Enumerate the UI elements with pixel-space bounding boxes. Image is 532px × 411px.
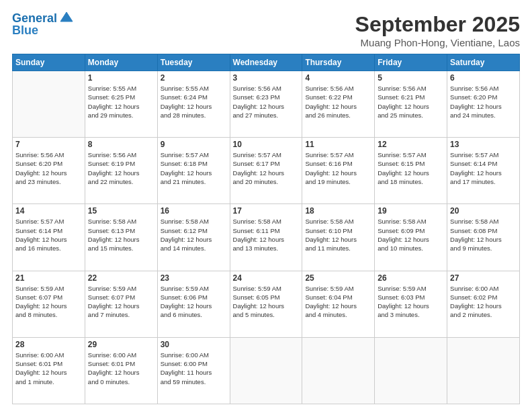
day-info: Sunrise: 5:56 AM Sunset: 6:21 PM Dayligh… [378,84,444,120]
day-info: Sunrise: 5:59 AM Sunset: 6:04 PM Dayligh… [305,284,371,320]
table-row: 16Sunrise: 5:58 AM Sunset: 6:12 PM Dayli… [157,204,230,271]
day-info: Sunrise: 5:57 AM Sunset: 6:18 PM Dayligh… [161,150,227,186]
table-row: 7Sunrise: 5:56 AM Sunset: 6:20 PM Daylig… [13,138,85,204]
day-number: 3 [233,73,300,83]
day-number: 1 [88,73,154,83]
day-info: Sunrise: 5:59 AM Sunset: 6:03 PM Dayligh… [378,284,444,320]
header: General Blue September 2025 Muang Phon-H… [12,12,520,48]
table-row [447,337,520,404]
day-number: 28 [15,340,82,349]
table-row [230,337,302,404]
day-info: Sunrise: 5:57 AM Sunset: 6:15 PM Dayligh… [378,150,444,186]
day-number: 5 [378,73,444,83]
table-row: 4Sunrise: 5:56 AM Sunset: 6:22 PM Daylig… [302,71,375,138]
day-number: 14 [15,206,82,216]
svg-marker-0 [60,12,73,21]
day-number: 23 [161,273,227,283]
table-row: 12Sunrise: 5:57 AM Sunset: 6:15 PM Dayli… [375,138,447,204]
table-row: 10Sunrise: 5:57 AM Sunset: 6:17 PM Dayli… [230,138,302,204]
day-info: Sunrise: 5:58 AM Sunset: 6:13 PM Dayligh… [88,217,154,253]
table-row: 26Sunrise: 5:59 AM Sunset: 6:03 PM Dayli… [375,271,447,337]
col-tuesday: Tuesday [157,54,230,71]
day-number: 7 [15,140,82,149]
table-row: 29Sunrise: 6:00 AM Sunset: 6:01 PM Dayli… [85,337,157,404]
table-row: 3Sunrise: 5:56 AM Sunset: 6:23 PM Daylig… [230,71,302,138]
day-info: Sunrise: 5:59 AM Sunset: 6:05 PM Dayligh… [233,284,300,320]
day-info: Sunrise: 5:55 AM Sunset: 6:25 PM Dayligh… [88,84,154,120]
table-row: 14Sunrise: 5:57 AM Sunset: 6:14 PM Dayli… [13,204,85,271]
table-row: 8Sunrise: 5:56 AM Sunset: 6:19 PM Daylig… [85,138,157,204]
day-info: Sunrise: 5:59 AM Sunset: 6:06 PM Dayligh… [161,284,227,320]
day-number: 13 [450,140,517,149]
table-row: 6Sunrise: 5:56 AM Sunset: 6:20 PM Daylig… [447,71,520,138]
calendar-page: General Blue September 2025 Muang Phon-H… [0,0,532,411]
calendar-week-row: 14Sunrise: 5:57 AM Sunset: 6:14 PM Dayli… [13,204,520,271]
day-info: Sunrise: 5:57 AM Sunset: 6:16 PM Dayligh… [305,150,371,186]
table-row: 17Sunrise: 5:58 AM Sunset: 6:11 PM Dayli… [230,204,302,271]
table-row: 25Sunrise: 5:59 AM Sunset: 6:04 PM Dayli… [302,271,375,337]
table-row [375,337,447,404]
calendar-week-row: 1Sunrise: 5:55 AM Sunset: 6:25 PM Daylig… [13,71,520,138]
table-row [302,337,375,404]
day-number: 19 [378,206,444,216]
calendar-table: Sunday Monday Tuesday Wednesday Thursday… [12,54,520,404]
day-number: 25 [305,273,371,283]
table-row [13,71,85,138]
table-row: 22Sunrise: 5:59 AM Sunset: 6:07 PM Dayli… [85,271,157,337]
day-info: Sunrise: 5:56 AM Sunset: 6:20 PM Dayligh… [15,150,82,186]
day-number: 9 [161,140,227,149]
day-number: 10 [233,140,300,149]
day-info: Sunrise: 5:56 AM Sunset: 6:22 PM Dayligh… [305,84,371,120]
title-block: September 2025 Muang Phon-Hong, Vientian… [355,12,520,48]
day-number: 4 [305,73,371,83]
day-number: 27 [450,273,517,283]
col-sunday: Sunday [13,54,85,71]
day-info: Sunrise: 5:55 AM Sunset: 6:24 PM Dayligh… [161,84,227,120]
table-row: 30Sunrise: 6:00 AM Sunset: 6:00 PM Dayli… [157,337,230,404]
day-info: Sunrise: 5:56 AM Sunset: 6:19 PM Dayligh… [88,150,154,186]
table-row: 18Sunrise: 5:58 AM Sunset: 6:10 PM Dayli… [302,204,375,271]
table-row: 9Sunrise: 5:57 AM Sunset: 6:18 PM Daylig… [157,138,230,204]
day-number: 16 [161,206,227,216]
table-row: 11Sunrise: 5:57 AM Sunset: 6:16 PM Dayli… [302,138,375,204]
day-info: Sunrise: 5:58 AM Sunset: 6:08 PM Dayligh… [450,217,517,253]
day-info: Sunrise: 5:58 AM Sunset: 6:09 PM Dayligh… [378,217,444,253]
logo: General Blue [12,12,74,38]
day-number: 18 [305,206,371,216]
day-info: Sunrise: 5:56 AM Sunset: 6:20 PM Dayligh… [450,84,517,120]
location-title: Muang Phon-Hong, Vientiane, Laos [355,37,520,48]
table-row: 1Sunrise: 5:55 AM Sunset: 6:25 PM Daylig… [85,71,157,138]
table-row: 5Sunrise: 5:56 AM Sunset: 6:21 PM Daylig… [375,71,447,138]
table-row: 13Sunrise: 5:57 AM Sunset: 6:14 PM Dayli… [447,138,520,204]
day-number: 17 [233,206,300,216]
day-info: Sunrise: 5:59 AM Sunset: 6:07 PM Dayligh… [15,284,82,320]
day-info: Sunrise: 5:58 AM Sunset: 6:10 PM Dayligh… [305,217,371,253]
calendar-week-row: 28Sunrise: 6:00 AM Sunset: 6:01 PM Dayli… [13,337,520,404]
day-number: 24 [233,273,300,283]
day-info: Sunrise: 5:58 AM Sunset: 6:12 PM Dayligh… [161,217,227,253]
table-row: 24Sunrise: 5:59 AM Sunset: 6:05 PM Dayli… [230,271,302,337]
day-info: Sunrise: 5:59 AM Sunset: 6:07 PM Dayligh… [88,284,154,320]
table-row: 21Sunrise: 5:59 AM Sunset: 6:07 PM Dayli… [13,271,85,337]
day-number: 11 [305,140,371,149]
table-row: 19Sunrise: 5:58 AM Sunset: 6:09 PM Dayli… [375,204,447,271]
day-info: Sunrise: 5:57 AM Sunset: 6:14 PM Dayligh… [450,150,517,186]
col-monday: Monday [85,54,157,71]
day-number: 6 [450,73,517,83]
day-number: 30 [161,340,227,349]
table-row: 23Sunrise: 5:59 AM Sunset: 6:06 PM Dayli… [157,271,230,337]
table-row: 27Sunrise: 6:00 AM Sunset: 6:02 PM Dayli… [447,271,520,337]
col-thursday: Thursday [302,54,375,71]
day-info: Sunrise: 6:00 AM Sunset: 6:01 PM Dayligh… [88,351,154,386]
day-number: 21 [15,273,82,283]
day-info: Sunrise: 5:57 AM Sunset: 6:14 PM Dayligh… [15,217,82,253]
day-info: Sunrise: 6:00 AM Sunset: 6:02 PM Dayligh… [450,284,517,320]
day-number: 26 [378,273,444,283]
calendar-week-row: 21Sunrise: 5:59 AM Sunset: 6:07 PM Dayli… [13,271,520,337]
col-saturday: Saturday [447,54,520,71]
logo-icon [59,11,74,23]
day-info: Sunrise: 5:58 AM Sunset: 6:11 PM Dayligh… [233,217,300,253]
logo-text-blue: Blue [12,24,38,38]
day-number: 2 [161,73,227,83]
calendar-header-row: Sunday Monday Tuesday Wednesday Thursday… [13,54,520,71]
